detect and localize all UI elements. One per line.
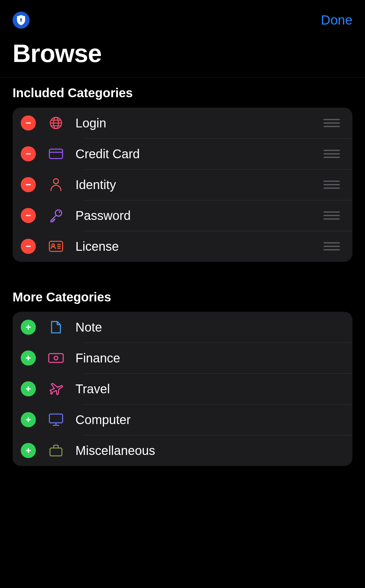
drag-handle-icon[interactable] (324, 211, 340, 220)
key-icon (45, 209, 67, 222)
minus-icon (25, 243, 32, 250)
drag-handle-icon[interactable] (324, 242, 340, 250)
svg-rect-23 (28, 325, 29, 330)
header: Done (0, 0, 365, 31)
section-heading-more: More Categories (0, 282, 365, 312)
person-icon (45, 178, 67, 192)
remove-button[interactable] (21, 115, 36, 131)
category-row-identity[interactable]: Identity (13, 169, 352, 200)
svg-point-18 (52, 244, 54, 246)
category-row-credit-card[interactable]: Credit Card (13, 138, 352, 169)
category-row-login[interactable]: Login (13, 108, 352, 138)
id-icon (45, 241, 67, 252)
category-label: Login (75, 116, 324, 130)
add-button[interactable] (21, 443, 36, 458)
category-label: Miscellaneous (75, 444, 340, 458)
drag-handle-icon[interactable] (324, 181, 340, 189)
add-button[interactable] (21, 412, 36, 427)
category-row-license[interactable]: License (13, 231, 352, 262)
svg-point-27 (54, 356, 58, 360)
plus-icon (25, 355, 32, 361)
svg-rect-2 (26, 122, 31, 124)
drag-handle-icon[interactable] (324, 119, 340, 127)
svg-point-15 (59, 211, 60, 213)
svg-rect-29 (28, 386, 29, 391)
category-label: Note (75, 320, 340, 334)
category-row-miscellaneous[interactable]: Miscellaneous (13, 435, 352, 466)
svg-rect-37 (50, 448, 62, 456)
minus-icon (25, 181, 32, 188)
drag-handle-icon[interactable] (324, 150, 340, 158)
category-label: Password (75, 209, 324, 223)
category-label: Credit Card (75, 147, 324, 161)
svg-rect-8 (26, 153, 31, 154)
category-row-travel[interactable]: Travel (13, 373, 352, 404)
svg-rect-36 (28, 448, 29, 453)
svg-point-12 (53, 179, 58, 184)
app-logo (13, 12, 30, 29)
plus-icon (25, 416, 32, 423)
shield-lock-icon (16, 15, 26, 25)
minus-icon (25, 120, 32, 126)
card-icon (45, 148, 67, 159)
svg-rect-1 (20, 20, 22, 22)
category-row-computer[interactable]: Computer (13, 404, 352, 435)
svg-rect-32 (49, 414, 63, 423)
more-categories-card: Note Finance Travel Computer (13, 312, 352, 466)
remove-button[interactable] (21, 208, 36, 223)
included-categories-card: Login Credit Card Identity Password (13, 108, 352, 262)
remove-button[interactable] (21, 177, 36, 192)
remove-button[interactable] (21, 146, 36, 161)
category-label: License (75, 239, 324, 254)
plus-icon (25, 385, 32, 392)
category-label: Travel (75, 382, 340, 396)
spacer (0, 262, 365, 282)
add-button[interactable] (21, 381, 36, 396)
category-label: Computer (75, 413, 340, 427)
category-row-note[interactable]: Note (13, 312, 352, 343)
add-button[interactable] (21, 320, 36, 335)
remove-button[interactable] (21, 239, 36, 254)
plus-icon (25, 324, 32, 331)
done-button[interactable]: Done (321, 13, 352, 28)
category-row-finance[interactable]: Finance (13, 343, 352, 373)
category-label: Finance (75, 351, 340, 365)
svg-rect-11 (26, 184, 31, 185)
svg-rect-9 (49, 149, 63, 159)
svg-rect-26 (49, 354, 63, 362)
svg-rect-16 (26, 246, 31, 247)
category-row-password[interactable]: Password (13, 200, 352, 231)
svg-rect-31 (28, 417, 29, 422)
svg-point-14 (55, 210, 62, 216)
money-icon (45, 353, 67, 363)
svg-rect-13 (26, 215, 31, 216)
svg-rect-25 (28, 356, 29, 361)
page-title: Browse (0, 31, 365, 77)
briefcase-icon (45, 444, 67, 457)
note-icon (45, 320, 67, 334)
plus-icon (25, 447, 32, 454)
category-label: Identity (75, 178, 324, 192)
add-button[interactable] (21, 350, 36, 366)
minus-icon (25, 150, 32, 157)
section-heading-included: Included Categories (0, 78, 365, 108)
minus-icon (25, 212, 32, 219)
monitor-icon (45, 413, 67, 426)
globe-icon (45, 116, 67, 130)
plane-icon (45, 382, 67, 396)
